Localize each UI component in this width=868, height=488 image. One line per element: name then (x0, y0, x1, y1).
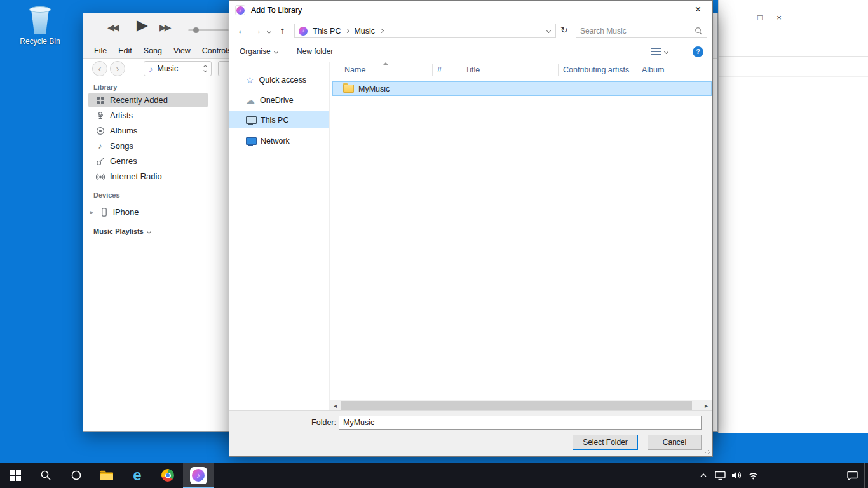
search-icon[interactable] (695, 27, 703, 35)
system-tray (695, 463, 868, 488)
folder-input[interactable] (339, 416, 702, 430)
minimize-icon[interactable]: — (735, 13, 747, 22)
recycle-bin-rim (29, 6, 51, 13)
media-type-selector[interactable]: ♪ Music (144, 61, 212, 76)
device-label: iPhone (113, 207, 139, 217)
breadcrumb-separator-icon[interactable] (345, 29, 349, 33)
organise-label: Organise (240, 47, 271, 56)
select-folder-button[interactable]: Select Folder (573, 435, 638, 450)
nav-item-quick-access[interactable]: ☆ Quick access (229, 71, 329, 88)
record-icon (95, 126, 105, 135)
action-center-icon (847, 471, 858, 480)
volume-slider[interactable] (188, 29, 229, 31)
itunes-taskbar-button[interactable]: ♪ (183, 463, 214, 488)
play-button[interactable]: ▶ (137, 17, 148, 34)
new-folder-button[interactable]: New folder (297, 41, 333, 62)
volume-slider-knob[interactable] (193, 27, 199, 33)
rewind-button[interactable]: ◀◀ (107, 22, 118, 32)
sidebar-item-songs[interactable]: ♪ Songs (88, 139, 208, 153)
menu-edit[interactable]: Edit (112, 45, 138, 57)
nav-item-this-pc[interactable]: This PC (229, 111, 329, 128)
internet-explorer-icon: e (133, 468, 141, 483)
change-view-button[interactable] (651, 41, 668, 62)
maximize-icon[interactable]: □ (754, 13, 766, 22)
nav-item-label: This PC (261, 116, 288, 125)
music-playlists-header[interactable]: Music Playlists (93, 227, 151, 235)
menu-file[interactable]: File (88, 45, 112, 57)
back-button[interactable]: ← (237, 25, 247, 36)
file-explorer-button[interactable] (92, 463, 122, 488)
column-divider[interactable] (558, 64, 559, 76)
resize-grip[interactable] (703, 447, 710, 454)
column-divider[interactable] (432, 64, 433, 76)
close-button[interactable]: × (684, 1, 712, 19)
scrollbar-thumb[interactable] (341, 401, 692, 410)
itunes-forward-button[interactable]: › (110, 61, 125, 76)
dialog-titlebar[interactable]: ♪ Add To Library × (229, 1, 712, 20)
sidebar-item-albums[interactable]: Albums (88, 123, 208, 138)
column-name[interactable]: Name (344, 65, 365, 74)
cancel-button[interactable]: Cancel (648, 435, 702, 450)
action-center-button[interactable] (844, 463, 860, 488)
recycle-bin[interactable]: Recycle Bin (17, 5, 64, 46)
nav-item-onedrive[interactable]: ☁ OneDrive (229, 92, 329, 109)
start-button[interactable] (0, 463, 31, 488)
breadcrumb-separator-icon[interactable] (379, 29, 384, 33)
selector-updown-icon (204, 65, 207, 72)
column-number[interactable]: # (437, 65, 442, 74)
sidebar-item-iphone[interactable]: ▸ iPhone (88, 205, 208, 219)
sidebar-item-recently-added[interactable]: Recently Added (88, 93, 208, 107)
expander-icon[interactable]: ▸ (88, 208, 95, 215)
computer-icon (246, 116, 255, 124)
refresh-button[interactable]: ↻ (560, 25, 568, 35)
list-view-icon (651, 48, 661, 55)
volume-tray-button[interactable] (728, 463, 745, 488)
sidebar-item-artists[interactable]: Artists (88, 108, 208, 123)
search-box[interactable] (576, 24, 707, 38)
cortana-button[interactable] (61, 463, 92, 488)
chrome-button[interactable] (153, 463, 183, 488)
dialog-body: ☆ Quick access ☁ OneDrive This PC Networ… (229, 62, 712, 410)
network-tray-button[interactable] (745, 463, 761, 488)
grid-icon (95, 95, 105, 105)
forward-button[interactable]: → (252, 25, 262, 36)
address-dropdown-icon[interactable] (546, 29, 551, 33)
internet-explorer-button[interactable]: e (122, 463, 153, 488)
itunes-app-icon: ♪ (235, 5, 245, 15)
iphone-icon (99, 207, 109, 217)
up-button[interactable]: ↑ (280, 25, 285, 36)
network-icon (246, 137, 255, 145)
sidebar-item-genres[interactable]: Genres (88, 154, 208, 168)
breadcrumb-music[interactable]: Music (354, 27, 375, 36)
recent-locations-chevron-icon[interactable] (267, 29, 271, 34)
itunes-sidebar: Library Recently Added Artists Albums (83, 78, 212, 431)
column-contributing-artists[interactable]: Contributing artists (563, 65, 629, 74)
display-tray-button[interactable] (712, 463, 728, 488)
background-window[interactable]: — □ × (718, 0, 868, 433)
nav-item-network[interactable]: Network (229, 132, 329, 149)
file-row-mymusic[interactable]: MyMusic (332, 81, 712, 96)
dialog-toolbar: Organise New folder ? (229, 41, 712, 62)
speaker-icon (731, 471, 742, 480)
address-bar[interactable]: ♪ This PC Music (294, 24, 556, 38)
breadcrumb-this-pc[interactable]: This PC (313, 27, 341, 36)
search-input[interactable] (580, 27, 695, 36)
column-title[interactable]: Title (465, 65, 480, 74)
desktop: Recycle Bin — □ × ◀◀ ▶ ▶▶ File Edit Song… (0, 0, 868, 488)
menu-view[interactable]: View (168, 45, 196, 57)
folder-icon (343, 85, 354, 93)
itunes-back-button[interactable]: ‹ (92, 61, 107, 76)
organise-button[interactable]: Organise (240, 41, 278, 62)
help-button[interactable]: ? (693, 41, 703, 62)
sidebar-item-internet-radio[interactable]: Internet Radio (88, 169, 208, 184)
hidden-icons-button[interactable] (695, 463, 712, 488)
taskbar-search-button[interactable] (31, 463, 61, 488)
show-desktop-button[interactable] (864, 463, 868, 488)
close-icon[interactable]: × (773, 13, 785, 22)
column-divider[interactable] (458, 64, 458, 76)
column-divider[interactable] (637, 64, 637, 76)
fast-forward-button[interactable]: ▶▶ (159, 22, 170, 32)
music-note-icon: ♪ (95, 141, 105, 151)
column-album[interactable]: Album (642, 65, 664, 74)
menu-song[interactable]: Song (138, 45, 168, 57)
